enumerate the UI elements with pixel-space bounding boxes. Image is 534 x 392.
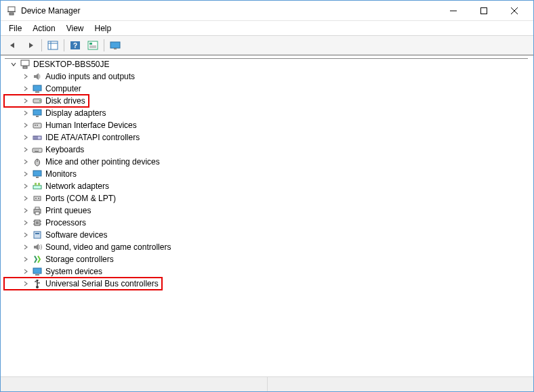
tree-item-label: Network adapters	[45, 181, 109, 191]
chevron-right-icon[interactable]	[21, 84, 30, 93]
tree-item[interactable]: Ports (COM & LPT)	[5, 192, 533, 204]
svg-rect-64	[37, 280, 39, 281]
svg-rect-35	[35, 150, 36, 150]
chevron-right-icon[interactable]	[21, 133, 30, 142]
tree-item-label: Computer	[45, 84, 81, 93]
sound-icon	[32, 242, 43, 253]
tree-item-label: Mice and other pointing devices	[45, 157, 160, 167]
chevron-right-icon[interactable]	[21, 230, 30, 240]
titlebar: Device Manager	[1, 1, 533, 21]
tree-item-label: System devices	[45, 267, 102, 276]
svg-rect-44	[35, 183, 37, 186]
tree-item[interactable]: Sound, video and game controllers	[5, 241, 533, 253]
chevron-right-icon[interactable]	[21, 194, 30, 203]
tree-item[interactable]: Display adapters	[5, 107, 533, 119]
chevron-right-icon[interactable]	[21, 218, 30, 227]
svg-rect-59	[35, 233, 39, 234]
toolbar-separator	[104, 39, 104, 51]
svg-rect-41	[33, 171, 41, 176]
tree-root[interactable]: DESKTOP-BBS50JE	[5, 58, 533, 70]
svg-rect-1	[9, 13, 14, 15]
chevron-right-icon[interactable]	[21, 181, 30, 191]
properties-button[interactable]	[85, 38, 101, 53]
chevron-right-icon[interactable]	[21, 72, 30, 81]
chevron-right-icon[interactable]	[21, 206, 30, 215]
tree-item[interactable]: Storage controllers	[5, 253, 533, 265]
tree-item[interactable]: Computer	[5, 83, 533, 95]
chevron-right-icon[interactable]	[21, 267, 30, 276]
tree-item[interactable]: IDE ATA/ATAPI controllers	[5, 131, 533, 144]
tree-item[interactable]: Audio inputs and outputs	[5, 70, 533, 83]
svg-rect-4	[480, 7, 487, 14]
svg-rect-43	[33, 186, 41, 189]
svg-rect-37	[38, 150, 39, 150]
tree-item[interactable]: Disk drives	[5, 95, 533, 107]
tree-item[interactable]: Keyboards	[5, 144, 533, 156]
props-icon	[87, 41, 98, 50]
menu-view[interactable]: View	[61, 22, 89, 35]
svg-rect-17	[114, 48, 117, 49]
chevron-right-icon[interactable]	[21, 108, 30, 118]
minimize-button[interactable]	[438, 1, 468, 20]
chevron-right-icon[interactable]	[21, 169, 30, 179]
ide-icon	[32, 132, 43, 143]
menubar: File Action View Help	[1, 21, 533, 36]
tree-item-label: Human Interface Devices	[45, 121, 137, 130]
svg-rect-12	[88, 41, 98, 49]
menu-action[interactable]: Action	[27, 22, 60, 35]
chevron-right-icon[interactable]	[21, 96, 30, 106]
tree-item-label: Keyboards	[45, 145, 84, 154]
svg-rect-60	[33, 268, 41, 274]
app-icon	[6, 5, 17, 16]
chevron-right-icon[interactable]	[21, 157, 30, 167]
tree-item[interactable]: Software devices	[5, 229, 533, 241]
show-hide-button[interactable]	[45, 38, 61, 53]
svg-rect-36	[37, 150, 37, 150]
tree-item[interactable]: Universal Serial Bus controllers	[5, 278, 533, 290]
chevron-right-icon[interactable]	[21, 279, 30, 288]
tree-item[interactable]: Network adapters	[5, 180, 533, 192]
chevron-right-icon[interactable]	[21, 121, 30, 130]
chevron-right-icon[interactable]	[21, 255, 30, 264]
device-tree[interactable]: DESKTOP-BBS50JE Audio inputs and outputs…	[1, 55, 533, 376]
svg-rect-58	[34, 232, 41, 238]
toolbar-separator	[64, 39, 64, 51]
help-square-icon: ?	[70, 41, 81, 50]
audio-icon	[32, 71, 43, 82]
tree-item[interactable]: Print queues	[5, 204, 533, 217]
tree-item[interactable]: Mice and other pointing devices	[5, 156, 533, 168]
display-icon	[32, 108, 43, 118]
toolbar: ?	[1, 36, 533, 55]
svg-rect-7	[48, 41, 58, 49]
pc-icon	[32, 83, 43, 94]
tree-item[interactable]: Processors	[5, 217, 533, 229]
tree-item-label: Storage controllers	[45, 255, 114, 264]
software-icon	[32, 230, 43, 240]
statusbar	[1, 376, 533, 391]
svg-rect-42	[36, 177, 39, 178]
svg-rect-24	[33, 110, 41, 115]
forward-button[interactable]	[22, 38, 39, 53]
svg-rect-16	[110, 42, 120, 48]
help-button[interactable]: ?	[67, 38, 83, 53]
menu-help[interactable]: Help	[89, 22, 117, 35]
arrow-left-icon	[7, 41, 18, 50]
maximize-button[interactable]	[468, 1, 499, 20]
tree-item-label: Print queues	[45, 206, 91, 215]
chevron-right-icon[interactable]	[21, 242, 30, 252]
tree-item[interactable]: System devices	[5, 265, 533, 278]
close-button[interactable]	[499, 1, 529, 20]
svg-rect-20	[33, 85, 41, 91]
chevron-right-icon[interactable]	[21, 145, 30, 154]
tree-item-label: Ports (COM & LPT)	[45, 194, 116, 203]
arrow-right-icon	[25, 41, 36, 50]
back-button[interactable]	[5, 38, 21, 53]
mouse-icon	[32, 156, 43, 167]
menu-file[interactable]: File	[3, 22, 27, 35]
tree-item[interactable]: Monitors	[5, 168, 533, 180]
scan-button[interactable]	[107, 38, 123, 53]
svg-point-23	[39, 100, 41, 102]
chevron-down-icon[interactable]	[9, 60, 18, 69]
disk-icon	[32, 95, 43, 106]
tree-item[interactable]: Human Interface Devices	[5, 119, 533, 131]
